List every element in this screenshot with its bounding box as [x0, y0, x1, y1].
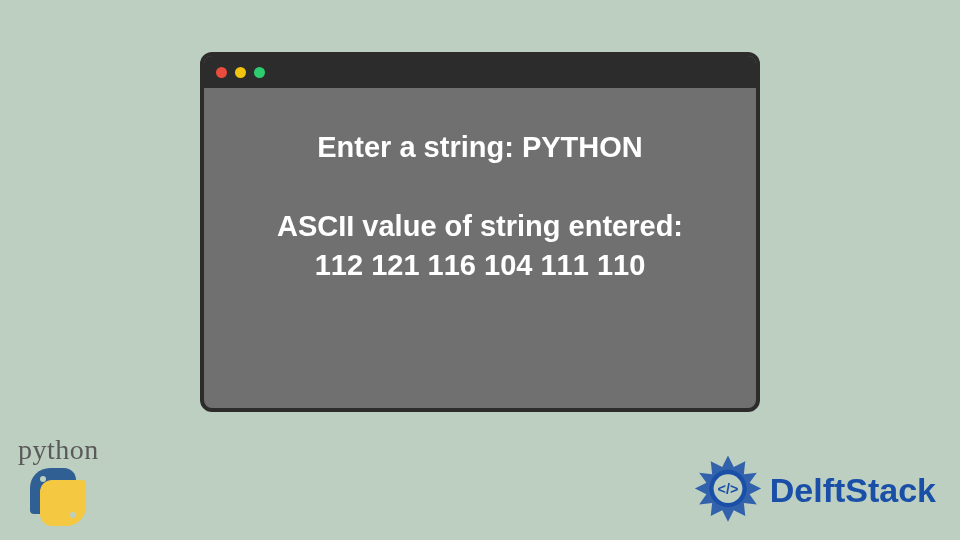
terminal-body: Enter a string: PYTHON ASCII value of st… [204, 88, 756, 408]
terminal-line-2: ASCII value of string entered: [277, 207, 683, 246]
close-icon[interactable] [216, 67, 227, 78]
minimize-icon[interactable] [235, 67, 246, 78]
delftstack-logo-icon: </> [692, 454, 764, 526]
terminal-window: Enter a string: PYTHON ASCII value of st… [200, 52, 760, 412]
python-logo-icon [22, 468, 94, 526]
python-logo: python [18, 434, 99, 526]
svg-text:</>: </> [717, 481, 738, 497]
terminal-line-3: 112 121 116 104 111 110 [315, 246, 646, 285]
maximize-icon[interactable] [254, 67, 265, 78]
python-logo-text: python [18, 434, 99, 466]
delftstack-logo-text: DelftStack [770, 471, 936, 510]
window-titlebar [204, 56, 756, 88]
terminal-line-1: Enter a string: PYTHON [317, 128, 643, 167]
delftstack-logo: </> DelftStack [692, 454, 936, 526]
